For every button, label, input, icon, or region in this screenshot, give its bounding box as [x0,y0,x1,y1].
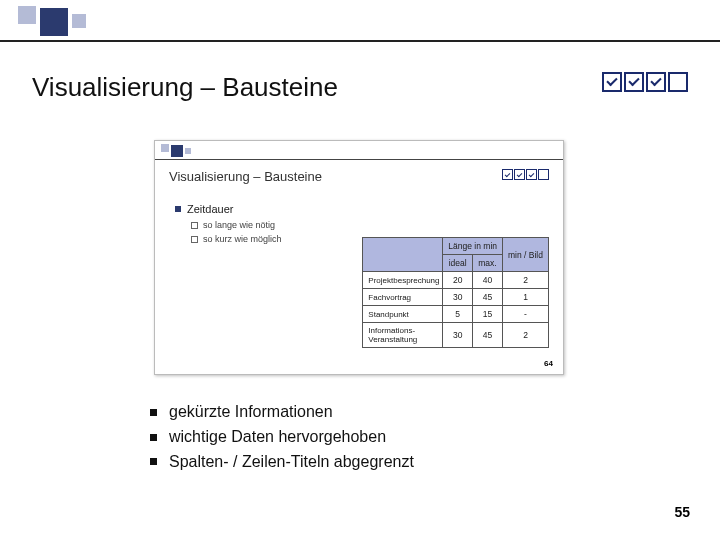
progress-box-empty-icon [668,72,688,92]
list-item: wichtige Daten hervorgehoben [150,425,414,450]
cell: 45 [472,323,502,348]
cell: 20 [443,272,473,289]
list-item: so kurz wie möglich [191,233,282,247]
table-row: Standpunkt 5 15 - [363,306,549,323]
table-row: Fachvortrag 30 45 1 [363,289,549,306]
table-corner [363,238,443,272]
checkbox-empty-icon [191,222,198,229]
thumbnail-progress [502,169,549,180]
progress-box-checked-icon [526,169,537,180]
thumbnail-section: Zeitdauer so lange wie nötig so kurz wie… [175,203,282,246]
divider [0,40,720,42]
deco-square-icon [161,144,169,152]
deco-square-icon [72,14,86,28]
deco-square-icon [18,6,36,24]
thumbnail-title-row: Visualisierung – Bausteine [169,169,549,184]
title-row: Visualisierung – Bausteine [32,72,688,103]
slide-title: Visualisierung – Bausteine [32,72,338,103]
bullet-text: gekürzte Informationen [169,400,333,425]
table-row: Informations-Veranstaltung 30 45 2 [363,323,549,348]
cell: 30 [443,289,473,306]
progress-box-checked-icon [602,72,622,92]
cell: 5 [443,306,473,323]
cell: 2 [503,272,549,289]
bullet-square-icon [150,434,157,441]
bullet-text: Spalten- / Zeilen-Titeln abgegrenzt [169,450,414,475]
bullet-square-icon [150,409,157,416]
cell: 1 [503,289,549,306]
deco-square-icon [185,148,191,154]
checkbox-empty-icon [191,236,198,243]
progress-boxes [602,72,688,92]
bullet-list: gekürzte Informationen wichtige Daten he… [150,400,414,474]
thumbnail-page-number: 64 [544,359,553,368]
progress-box-empty-icon [538,169,549,180]
list-item: so lange wie nötig [191,219,282,233]
heading-text: Zeitdauer [187,203,233,215]
table-row: Projektbesprechung 20 40 2 [363,272,549,289]
cell: 45 [472,289,502,306]
list-item-text: so kurz wie möglich [203,233,282,247]
slide: Visualisierung – Bausteine Visualisierun… [0,0,720,540]
table-subheader: ideal [443,255,473,272]
table-subheader: max. [472,255,502,272]
decorative-header [0,0,720,40]
cell: - [503,306,549,323]
deco-square-icon [40,8,68,36]
bullet-square-icon [150,458,157,465]
progress-box-checked-icon [502,169,513,180]
cell: 15 [472,306,502,323]
thumbnail-header [155,141,563,163]
duration-table: Länge in min min / Bild ideal max. Proje… [362,237,549,348]
cell: 30 [443,323,473,348]
list-item-text: so lange wie nötig [203,219,275,233]
row-label: Projektbesprechung [363,272,443,289]
table-header: Länge in min [443,238,503,255]
row-label: Informations-Veranstaltung [363,323,443,348]
progress-box-checked-icon [646,72,666,92]
row-label: Standpunkt [363,306,443,323]
progress-box-checked-icon [624,72,644,92]
table-header: min / Bild [503,238,549,272]
thumbnail-title: Visualisierung – Bausteine [169,169,322,184]
row-label: Fachvortrag [363,289,443,306]
bullet-square-icon [175,206,181,212]
cell: 40 [472,272,502,289]
bullet-text: wichtige Daten hervorgehoben [169,425,386,450]
progress-box-checked-icon [514,169,525,180]
cell: 2 [503,323,549,348]
page-number: 55 [674,504,690,520]
divider [155,159,563,160]
thumbnail-section-heading: Zeitdauer [175,203,282,215]
slide-thumbnail: Visualisierung – Bausteine Zeitdauer so … [154,140,564,375]
list-item: Spalten- / Zeilen-Titeln abgegrenzt [150,450,414,475]
list-item: gekürzte Informationen [150,400,414,425]
deco-square-icon [171,145,183,157]
